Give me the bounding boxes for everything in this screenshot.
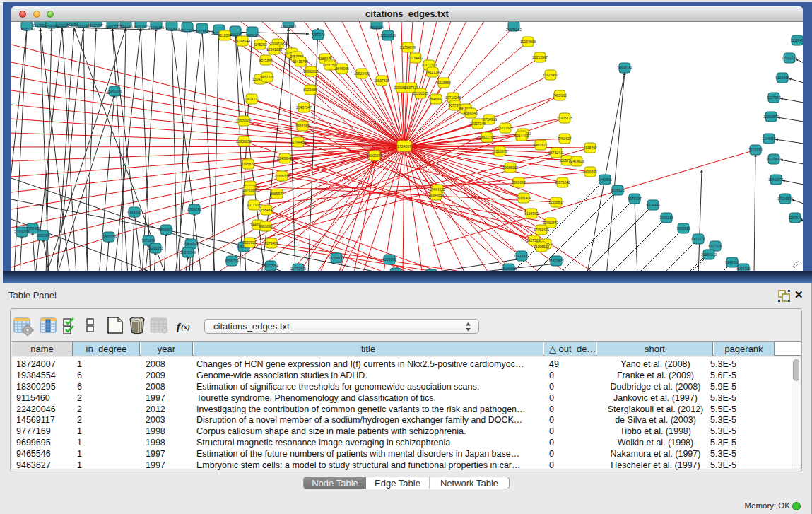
svg-text:11584847: 11584847: [259, 208, 274, 212]
svg-text:19688132: 19688132: [502, 165, 518, 170]
svg-text:12975125: 12975125: [557, 116, 572, 120]
svg-text:9474444: 9474444: [646, 203, 660, 207]
svg-text:5682115: 5682115: [119, 24, 132, 28]
svg-text:16510878: 16510878: [492, 149, 507, 153]
svg-text:15076749: 15076749: [180, 250, 196, 255]
svg-text:8079409: 8079409: [264, 241, 278, 245]
svg-text:21754078: 21754078: [400, 45, 416, 49]
svg-text:1440956: 1440956: [598, 177, 612, 182]
svg-text:8134562: 8134562: [524, 211, 539, 216]
svg-text:23188315: 23188315: [413, 91, 428, 95]
svg-text:1244415: 1244415: [762, 136, 776, 141]
svg-text:15180586: 15180586: [501, 267, 517, 271]
svg-text:16033809: 16033809: [281, 24, 296, 28]
svg-text:8646997: 8646997: [429, 97, 443, 101]
svg-text:3220921: 3220921: [242, 240, 257, 245]
svg-text:9463627: 9463627: [558, 136, 572, 141]
svg-text:4112034: 4112034: [218, 33, 231, 37]
svg-text:9129966: 9129966: [775, 76, 789, 80]
svg-text:23706266: 23706266: [148, 25, 164, 30]
svg-text:16396513: 16396513: [534, 245, 549, 249]
svg-text:10837430: 10837430: [374, 78, 389, 83]
svg-text:19285201: 19285201: [148, 246, 163, 250]
svg-text:22474828: 22474828: [569, 159, 584, 163]
svg-text:12093872: 12093872: [763, 115, 779, 119]
svg-text:6457765: 6457765: [260, 75, 274, 79]
svg-text:9115460: 9115460: [583, 146, 596, 150]
svg-text:7452134: 7452134: [425, 70, 440, 74]
svg-text:20772475: 20772475: [290, 267, 306, 271]
svg-text:1890399: 1890399: [36, 233, 50, 238]
svg-text:8224730: 8224730: [736, 267, 751, 271]
svg-text:20053346: 20053346: [107, 89, 122, 93]
svg-text:13748244: 13748244: [235, 39, 250, 43]
svg-text:12213967: 12213967: [532, 55, 548, 59]
svg-text:20372723: 20372723: [421, 63, 437, 67]
svg-text:8029889: 8029889: [303, 88, 317, 92]
svg-text:1112843: 1112843: [791, 38, 803, 42]
svg-text:21439044: 21439044: [277, 156, 293, 160]
svg-text:4389045: 4389045: [464, 111, 478, 115]
svg-text:2935114: 2935114: [659, 216, 673, 220]
svg-text:9699695: 9699695: [583, 170, 597, 174]
svg-text:8685577: 8685577: [270, 192, 284, 196]
svg-text:19299464: 19299464: [164, 27, 180, 31]
svg-text:8471676: 8471676: [691, 237, 705, 241]
svg-text:7485063: 7485063: [553, 93, 567, 98]
svg-text:13134457: 13134457: [408, 56, 423, 60]
svg-text:2077105: 2077105: [247, 203, 261, 207]
svg-text:8369062: 8369062: [512, 180, 526, 185]
svg-text:12416912: 12416912: [514, 254, 529, 258]
svg-text:6217026: 6217026: [708, 244, 722, 248]
svg-text:9214491: 9214491: [514, 134, 529, 138]
svg-text:10710248: 10710248: [445, 95, 461, 100]
svg-text:3215955: 3215955: [748, 148, 763, 152]
svg-text:10154808: 10154808: [520, 40, 536, 44]
svg-text:9875847: 9875847: [259, 58, 273, 62]
svg-text:10973493: 10973493: [543, 73, 558, 77]
svg-text:19523409: 19523409: [354, 71, 370, 76]
svg-text:15692971: 15692971: [768, 177, 784, 182]
svg-text:23971842: 23971842: [555, 180, 570, 185]
svg-text:16213925: 16213925: [498, 126, 513, 130]
svg-text:8489709: 8489709: [105, 25, 119, 29]
svg-text:19218506: 19218506: [380, 33, 396, 37]
svg-text:19832259: 19832259: [101, 235, 117, 239]
svg-text:10327246: 10327246: [470, 122, 486, 126]
svg-text:11558837: 11558837: [548, 200, 564, 204]
svg-text:22744459: 22744459: [290, 140, 306, 144]
svg-text:10323815: 10323815: [548, 259, 564, 263]
svg-text:2876966: 2876966: [242, 188, 257, 192]
svg-text:6379197: 6379197: [628, 197, 642, 201]
svg-text:3917183: 3917183: [180, 28, 194, 33]
svg-text:(x): (x): [181, 322, 190, 332]
svg-text:18300275: 18300275: [367, 153, 382, 158]
svg-text:6482877: 6482877: [534, 143, 548, 147]
svg-text:19384554: 19384554: [428, 193, 444, 197]
svg-text:22992872: 22992872: [543, 221, 558, 225]
svg-text:15751074: 15751074: [782, 56, 797, 60]
svg-text:3644095: 3644095: [335, 66, 349, 71]
svg-text:20813640: 20813640: [194, 30, 210, 34]
svg-text:9227342: 9227342: [767, 95, 781, 100]
svg-text:18922760: 18922760: [479, 135, 495, 139]
svg-text:12541238: 12541238: [266, 47, 282, 52]
svg-text:8813054: 8813054: [370, 25, 384, 30]
svg-text:16210643: 16210643: [766, 157, 782, 161]
svg-text:16415740: 16415740: [293, 59, 308, 64]
svg-text:23487347: 23487347: [296, 105, 312, 110]
svg-text:4439167: 4439167: [134, 25, 148, 29]
svg-text:1167534: 1167534: [788, 216, 801, 220]
svg-text:23936053: 23936053: [236, 139, 252, 144]
svg-text:22306335: 22306335: [274, 174, 290, 178]
svg-text:9245612: 9245612: [725, 260, 739, 264]
svg-text:10334531: 10334531: [329, 256, 344, 260]
svg-text:8938923: 8938923: [611, 188, 625, 192]
svg-text:22806503: 22806503: [183, 242, 199, 246]
svg-text:7357274: 7357274: [311, 33, 325, 37]
svg-text:9958289: 9958289: [295, 124, 310, 128]
svg-text:7671884: 7671884: [141, 238, 155, 243]
svg-text:7632621: 7632621: [676, 226, 690, 230]
svg-text:3333883: 3333883: [437, 81, 451, 85]
svg-text:9217207: 9217207: [89, 23, 103, 28]
